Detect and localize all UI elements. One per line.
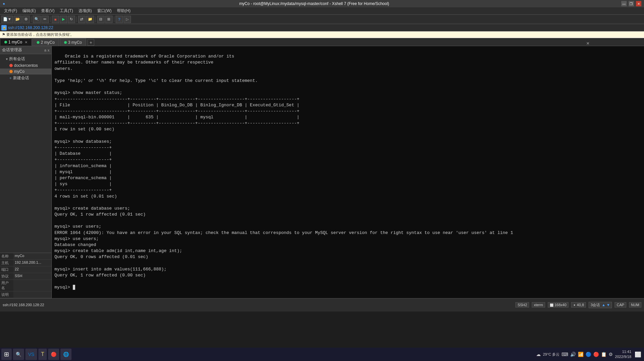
tray-icon-1[interactable]: ⌨ bbox=[561, 352, 568, 357]
app-red-button[interactable]: 🔴 bbox=[48, 349, 59, 360]
tab-label: 1 myCo bbox=[8, 40, 22, 44]
tab-1-myco[interactable]: 1 myCo ✕ bbox=[0, 38, 32, 46]
prop-row-port: 端口 22 bbox=[0, 266, 51, 273]
tab-label: 2 myCo bbox=[41, 40, 54, 45]
sidebar-close-btn[interactable]: x bbox=[48, 48, 50, 52]
info-bar: ⚑ 要添加当前会话，点击左侧的'箭头按钮'。 bbox=[0, 31, 644, 38]
menu-item[interactable]: 查看(V) bbox=[38, 7, 57, 14]
dim-icon: ⬜ bbox=[550, 304, 553, 307]
separator-3 bbox=[76, 16, 77, 22]
session-down-arrow[interactable]: ▼ bbox=[606, 303, 610, 307]
tab-2-myco[interactable]: 2 myCo bbox=[32, 38, 59, 46]
info-text: ⚑ 要添加当前会话，点击左侧的'箭头按钮'。 bbox=[2, 32, 74, 37]
menu-item[interactable]: 文件(F) bbox=[1, 7, 20, 14]
prop-value-name: myCo bbox=[13, 253, 51, 259]
tree-item-dockercentos[interactable]: dockercentos bbox=[0, 63, 51, 69]
tree-item-label: dockercentos bbox=[14, 63, 38, 68]
session-manager-title: 会话管理器 bbox=[2, 47, 22, 53]
tree-item-myco[interactable]: myCo bbox=[0, 69, 51, 75]
maximize-button[interactable]: ❐ bbox=[629, 1, 634, 6]
tab-label: 3 myCo bbox=[68, 40, 82, 45]
refresh-btn[interactable]: ↻ bbox=[68, 16, 75, 23]
expand-icon: ▼ bbox=[5, 57, 8, 61]
show-desktop-button[interactable]: ⬜ bbox=[633, 351, 643, 358]
dimensions-badge: ⬜ 168x40 bbox=[548, 302, 569, 308]
prop-label: 说明 bbox=[0, 291, 13, 298]
tray-icon-6[interactable]: 📋 bbox=[601, 352, 607, 357]
new-session-btn[interactable]: 📄▼ bbox=[1, 16, 13, 23]
menu-item[interactable]: 工具(T) bbox=[57, 7, 75, 14]
tree-item-label: myCo bbox=[14, 69, 24, 74]
tray-icon-3[interactable]: 📶 bbox=[578, 352, 584, 357]
help-btn[interactable]: ? bbox=[116, 16, 123, 23]
browser-button[interactable]: 🌐 bbox=[60, 349, 71, 360]
split-h-btn[interactable]: ⊟ bbox=[97, 16, 105, 23]
prop-row-name: 名称 myCo bbox=[0, 253, 51, 260]
search-btn[interactable]: 🔍 bbox=[33, 16, 41, 23]
taskbar: ⊞ 🔍 VS T 🔴 🌐 ☁ 29°C 多云 ⌨ 🔊 📶 🔵 🔴 📋 ⚙ 11:… bbox=[0, 348, 644, 361]
minimize-button[interactable]: — bbox=[621, 1, 627, 6]
tab-status-dot bbox=[4, 41, 7, 43]
close-button[interactable]: ✕ bbox=[636, 1, 641, 6]
add-tab-button[interactable]: + bbox=[88, 39, 94, 46]
title-bar-icon: ● bbox=[3, 1, 5, 6]
start-button[interactable]: ⊞ bbox=[1, 349, 12, 360]
tray-icon-4[interactable]: 🔵 bbox=[586, 352, 591, 357]
separator-1 bbox=[31, 16, 31, 22]
cursor-pos-text: 40,8 bbox=[577, 303, 584, 307]
menu-item[interactable]: 编辑(E) bbox=[20, 7, 38, 14]
prop-value-protocol: SSH bbox=[13, 273, 51, 279]
weather-icon: ☁ bbox=[536, 352, 541, 357]
properties-panel: 名称 myCo 主机 192.168.200.1... 端口 22 协议 SSH… bbox=[0, 253, 52, 298]
status-right: SSH2 xterm ⬜ 168x40 ✦ 40,8 3会话 ▲ ▼ CAP N… bbox=[515, 302, 641, 308]
notepad-button[interactable]: T bbox=[38, 349, 47, 360]
tray-icon-2[interactable]: 🔊 bbox=[570, 352, 576, 357]
tab-bar: 1 myCo ✕ 2 myCo 3 myCo + ✕ bbox=[0, 38, 644, 46]
terminal[interactable]: Oracle is a registered trademark of Orac… bbox=[52, 46, 644, 298]
stop-btn[interactable]: ■ bbox=[52, 16, 59, 23]
connect-btn[interactable]: ▶ bbox=[60, 16, 67, 23]
protocol-badge: SSH2 bbox=[515, 302, 529, 308]
tab-collapse-button[interactable]: ✕ bbox=[584, 41, 592, 46]
properties-btn[interactable]: ⚙ bbox=[22, 16, 30, 23]
separator-2 bbox=[50, 16, 50, 22]
status-address: ssh://192.168.200.128:22 bbox=[3, 303, 44, 307]
sftp-btn[interactable]: 📁 bbox=[86, 16, 94, 23]
session-status-dot bbox=[9, 64, 13, 67]
prop-label: 协议 bbox=[0, 273, 13, 279]
address-text: ssh://192.168.200.128:22 bbox=[8, 25, 53, 30]
tree-item-new-session[interactable]: + 新建会话 bbox=[0, 75, 51, 82]
sessions-text: 3会话 bbox=[591, 303, 600, 307]
sidebar-pin-btn[interactable]: a bbox=[44, 48, 46, 52]
transfer-btn[interactable]: ⇄ bbox=[78, 16, 86, 23]
status-left: ssh://192.168.200.128:22 bbox=[3, 303, 44, 307]
prop-value-host: 192.168.200.1... bbox=[13, 260, 51, 266]
ssh-icon: 🔒 bbox=[1, 25, 7, 30]
tree-item-all-sessions[interactable]: ▼ 所有会话 bbox=[0, 55, 51, 63]
tray-icon-7[interactable]: ⚙ bbox=[609, 352, 613, 357]
separator-5 bbox=[114, 16, 114, 22]
vscode-button[interactable]: VS bbox=[25, 349, 37, 360]
compose-btn[interactable]: ✏ bbox=[41, 16, 49, 23]
menu-item[interactable]: 帮助(H) bbox=[114, 7, 133, 14]
weather-text: 29°C 多云 bbox=[543, 352, 559, 357]
menu-item[interactable]: 选项(B) bbox=[76, 7, 95, 14]
extra-btn[interactable]: ▷ bbox=[124, 16, 131, 23]
tab-status-dot bbox=[64, 41, 67, 44]
open-btn[interactable]: 📂 bbox=[14, 16, 22, 23]
tab-3-myco[interactable]: 3 myCo bbox=[60, 38, 86, 46]
num-label: NUM bbox=[631, 303, 639, 307]
menu-item[interactable]: 窗口(W) bbox=[95, 7, 114, 14]
tab-close[interactable]: ✕ bbox=[25, 40, 27, 44]
search-button[interactable]: 🔍 bbox=[13, 349, 24, 360]
tray-icon-5[interactable]: 🔴 bbox=[593, 352, 599, 357]
tab-status-dot bbox=[37, 41, 39, 44]
session-up-arrow[interactable]: ▲ bbox=[602, 303, 605, 307]
left-panel: 会话管理器 a x ▼ 所有会话 dockercentos myCo + 新建会 bbox=[0, 46, 52, 298]
prop-value-username bbox=[13, 280, 51, 291]
prop-label: 主机 bbox=[0, 260, 13, 266]
prop-row-username: 用户名 bbox=[0, 280, 51, 291]
split-v-btn[interactable]: ⊞ bbox=[105, 16, 113, 23]
clock[interactable]: 11:41 2022/9/18 bbox=[615, 349, 631, 360]
menu-bar: 文件(F)编辑(E)查看(V)工具(T)选项(B)窗口(W)帮助(H) bbox=[0, 7, 644, 15]
